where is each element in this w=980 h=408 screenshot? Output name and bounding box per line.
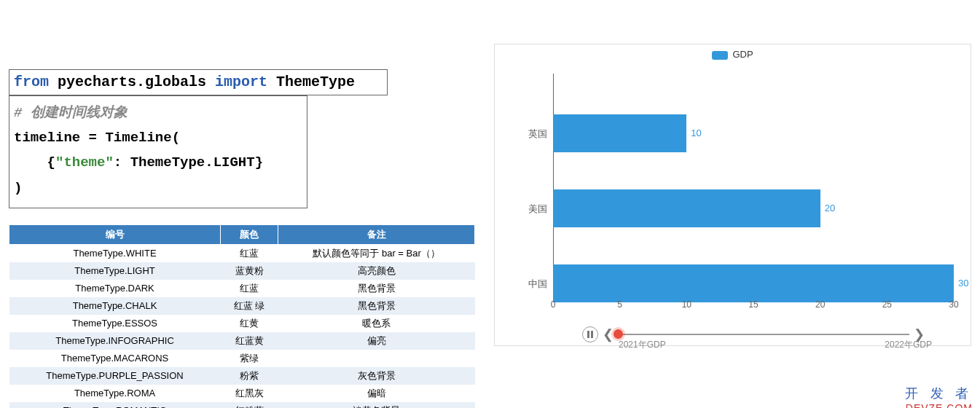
table-cell: ThemeType.DARK <box>9 280 221 297</box>
table-cell: 蓝黄粉 <box>221 262 278 280</box>
pause-button[interactable] <box>582 326 598 342</box>
table-cell: 偏暗 <box>278 385 475 402</box>
keyword-from: from <box>14 74 49 90</box>
table-cell: 黑色背景 <box>278 297 475 315</box>
table-cell: ThemeType.WHITE <box>9 244 221 262</box>
legend-swatch-icon <box>712 51 728 60</box>
brace-close: } <box>255 154 263 170</box>
table-row: ThemeType.ROMANTIC红粉蓝淡黄色背景 <box>9 402 475 408</box>
code-line-3: ) <box>14 176 302 200</box>
table-row: ThemeType.ROMA红黑灰偏暗 <box>9 385 475 402</box>
x-axis-tick: 10 <box>682 299 691 310</box>
table-cell: ThemeType.ROMA <box>9 385 221 402</box>
table-cell: ThemeType.INFOGRAPHIC <box>9 332 221 350</box>
plot-area: 英国10美国20中国30 <box>553 74 954 299</box>
watermark-sub: DEVZE.COM <box>906 402 973 408</box>
bar-value-label: 20 <box>825 203 835 213</box>
th-id: 编号 <box>9 224 221 244</box>
table-cell: ThemeType.PURPLE_PASSION <box>9 367 221 385</box>
code-block-import: from pyecharts.globals import ThemeType <box>9 69 388 95</box>
table-cell: ThemeType.ROMANTIC <box>9 402 221 408</box>
watermark-main: 开 发 者 <box>905 385 973 402</box>
table-cell: 粉紫 <box>221 367 278 385</box>
y-axis-category: 英国 <box>518 128 547 141</box>
table-cell: ThemeType.MACARONS <box>9 350 221 367</box>
table-row: ThemeType.MACARONS紫绿 <box>9 350 475 367</box>
code-comment: # 创建时间线对象 <box>14 101 302 125</box>
theme-table: 编号 颜色 备注 ThemeType.WHITE红蓝默认颜色等同于 bar = … <box>9 224 475 408</box>
table-cell: 红粉蓝 <box>221 402 278 408</box>
table-cell: 红蓝 <box>221 280 278 297</box>
chart-panel: GDP 英国10美国20中国30 051015202530 ❮ ❯ 2021年G… <box>494 44 971 346</box>
chart-bar[interactable] <box>553 264 954 302</box>
table-cell: 黑色背景 <box>278 280 475 297</box>
table-row: ThemeType.WHITE红蓝默认颜色等同于 bar = Bar（） <box>9 244 475 262</box>
table-row: ThemeType.PURPLE_PASSION粉紫灰色背景 <box>9 367 475 385</box>
timeline-point-1: 2022年GDP <box>885 339 932 351</box>
table-cell: 红蓝黄 <box>221 332 278 350</box>
x-axis-tick: 30 <box>949 299 958 310</box>
code-line-2: {"theme": ThemeType.LIGHT} <box>14 150 302 175</box>
theme-val: : ThemeType.LIGHT <box>114 154 255 170</box>
code-class: ThemeType <box>267 74 355 90</box>
bar-value-label: 30 <box>958 278 968 289</box>
table-cell: 红黄 <box>221 315 278 332</box>
table-cell: 默认颜色等同于 bar = Bar（） <box>278 244 475 262</box>
pause-icon <box>587 331 594 338</box>
theme-key: "theme" <box>55 154 114 170</box>
left-column: from pyecharts.globals import ThemeType … <box>9 69 388 408</box>
y-axis-category: 中国 <box>518 278 547 291</box>
x-axis-tick: 15 <box>748 299 758 310</box>
svg-rect-1 <box>591 331 593 338</box>
x-axis-tick: 0 <box>551 299 556 310</box>
table-cell: 紫绿 <box>221 350 278 367</box>
timeline-track[interactable] <box>618 334 909 335</box>
table-cell: 红蓝 绿 <box>221 297 278 315</box>
chart-legend[interactable]: GDP <box>495 44 971 60</box>
prev-button[interactable]: ❮ <box>603 326 614 342</box>
table-cell <box>278 350 475 367</box>
table-cell: 高亮颜色 <box>278 262 475 280</box>
y-axis-category: 美国 <box>518 203 547 216</box>
code-line-1: timeline = Timeline( <box>14 125 302 150</box>
indent <box>14 154 47 170</box>
table-row: ThemeType.INFOGRAPHIC红蓝黄偏亮 <box>9 332 475 350</box>
code-module: pyecharts.globals <box>49 74 215 90</box>
timeline-handle-icon[interactable] <box>614 329 623 339</box>
keyword-import: import <box>215 74 267 90</box>
code-block-timeline: # 创建时间线对象 timeline = Timeline( {"theme":… <box>9 95 307 208</box>
chart-bar[interactable] <box>553 114 686 152</box>
brace-open: { <box>47 154 55 170</box>
x-axis: 051015202530 <box>553 299 954 314</box>
table-cell: 灰色背景 <box>278 367 475 385</box>
table-row: ThemeType.LIGHT蓝黄粉高亮颜色 <box>9 262 475 280</box>
x-axis-tick: 20 <box>815 299 825 310</box>
table-cell: 红黑灰 <box>221 385 278 402</box>
table-cell: 暖色系 <box>278 315 475 332</box>
legend-label: GDP <box>732 49 753 60</box>
table-row: ThemeType.ESSOS红黄暖色系 <box>9 315 475 332</box>
x-axis-tick: 25 <box>882 299 892 310</box>
x-axis-tick: 5 <box>617 299 622 310</box>
timeline-point-0: 2021年GDP <box>619 339 666 351</box>
table-row: ThemeType.DARK红蓝黑色背景 <box>9 280 475 297</box>
table-cell: 淡黄色背景 <box>278 402 475 408</box>
table-cell: ThemeType.LIGHT <box>9 262 221 280</box>
table-cell: 偏亮 <box>278 332 475 350</box>
th-note: 备注 <box>278 224 475 244</box>
table-cell: 红蓝 <box>221 244 278 262</box>
chart-bar[interactable] <box>553 189 820 227</box>
table-cell: ThemeType.ESSOS <box>9 315 221 332</box>
theme-table-element: 编号 颜色 备注 ThemeType.WHITE红蓝默认颜色等同于 bar = … <box>9 224 475 408</box>
table-row: ThemeType.CHALK红蓝 绿黑色背景 <box>9 297 475 315</box>
th-color: 颜色 <box>221 224 278 244</box>
svg-rect-0 <box>587 331 589 338</box>
bar-value-label: 10 <box>691 128 701 138</box>
table-cell: ThemeType.CHALK <box>9 297 221 315</box>
